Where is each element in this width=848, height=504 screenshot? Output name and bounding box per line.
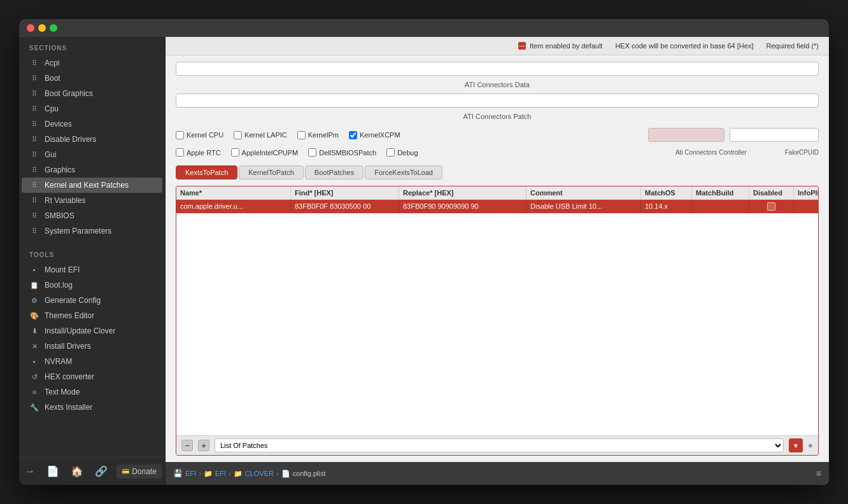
close-button[interactable] [27, 24, 34, 32]
sidebar-item-label: Install/Update Clover [45, 326, 115, 335]
sidebar-item-install-update[interactable]: ⬇ Install/Update Clover [22, 323, 162, 339]
kernelxcpm-checkbox-item[interactable]: KernelXCPM [349, 131, 400, 139]
col-matchbuild: MatchBuild [692, 186, 749, 199]
sidebar-item-themes-editor[interactable]: 🎨 Themes Editor [22, 308, 162, 323]
ati-connectors-data-input[interactable] [176, 62, 819, 76]
traffic-lights [27, 24, 57, 32]
kernelpm-checkbox[interactable] [297, 131, 306, 139]
fake-cpuid-input[interactable] [730, 128, 819, 142]
sidebar-item-rt-variables[interactable]: ⠿ Rt Variables [22, 193, 162, 208]
main-layout: SECTIONS ⠿ Acpi ⠿ Boot ⠿ Boot Graphics ⠿… [19, 37, 829, 485]
sidebar-item-disable-drivers[interactable]: ⠿ Disable Drivers [22, 132, 162, 147]
tab-kernel-to-patch[interactable]: KernelToPatch [239, 165, 304, 179]
x-icon: ✕ [29, 342, 39, 351]
kernel-cpu-checkbox[interactable] [176, 131, 184, 139]
dropdown-arrow-button[interactable]: ▼ [789, 438, 803, 452]
kernel-cpu-checkbox-item[interactable]: Kernel CPU [176, 131, 223, 139]
import-icon[interactable]: → [22, 463, 38, 480]
sidebar-item-label: Text Mode [45, 388, 80, 396]
list-icon: ⠿ [29, 197, 39, 205]
menu-icon[interactable]: ≡ [816, 468, 821, 479]
minimize-button[interactable] [38, 24, 46, 32]
debug-checkbox[interactable] [386, 148, 395, 157]
sidebar-bottom: → 📄 🏠 🔗 💳 Donate [19, 457, 165, 485]
col-find: Find* [HEX] [291, 186, 399, 199]
sidebar-item-hex-converter[interactable]: ↺ HEX converter [22, 369, 162, 384]
cell-infoplist[interactable] [794, 200, 818, 213]
sidebar-item-system-params[interactable]: ⠿ System Parameters [22, 223, 162, 239]
share-icon[interactable]: 🔗 [92, 463, 110, 480]
gear-icon: ⚙ [29, 297, 39, 305]
list-icon: ⠿ [29, 59, 39, 67]
apple-rtc-checkbox[interactable] [176, 148, 184, 157]
col-comment: Comment [526, 186, 641, 199]
col-name: Name* [176, 186, 291, 199]
add-row-button[interactable]: + [198, 440, 209, 451]
apple-intel-cpupm-checkbox-item[interactable]: AppleIntelCPUPM [231, 148, 299, 157]
sidebar-item-label: Cpu [45, 104, 59, 113]
sidebar-item-boot-log[interactable]: 📋 Boot.log [22, 277, 162, 293]
maximize-button[interactable] [50, 24, 57, 32]
sidebar-item-label: Mount EFI [45, 265, 80, 274]
kernel-lapic-label: Kernel LAPIC [244, 131, 287, 139]
tabs-row: KextsToPatch KernelToPatch BootPatches F… [176, 163, 819, 182]
table-row[interactable]: com.apple.driver.u... 83FB0F0F 83030500 … [176, 200, 818, 214]
list-icon: ⠿ [29, 120, 39, 129]
kernelxcpm-checkbox[interactable] [349, 131, 357, 139]
sidebar-item-kexts-installer[interactable]: 🔧 Kexts Installer [22, 400, 162, 415]
col-disabled: Disabled [749, 186, 794, 199]
titlebar [19, 19, 829, 37]
ati-controller-label: Ati Connectors Controller [675, 149, 747, 156]
sidebar-item-smbios[interactable]: ⠿ SMBIOS [22, 208, 162, 223]
col-replace: Replace* [HEX] [399, 186, 526, 199]
kernel-lapic-checkbox[interactable] [234, 131, 242, 139]
apple-intel-cpupm-checkbox[interactable] [231, 148, 239, 157]
sidebar-item-generate-config[interactable]: ⚙ Generate Config [22, 293, 162, 308]
home-icon[interactable]: 🏠 [68, 463, 86, 480]
ati-connectors-data-label: ATI Connectors Data [176, 80, 819, 90]
patches-list-select[interactable]: List Of Patches [215, 438, 784, 452]
remove-row-button[interactable]: − [181, 440, 193, 451]
tab-boot-patches[interactable]: BootPatches [305, 165, 364, 179]
sidebar-item-boot[interactable]: ⠿ Boot [22, 71, 162, 86]
cell-matchbuild [692, 200, 749, 213]
sidebar-item-gui[interactable]: ⠿ Gui [22, 147, 162, 162]
ati-controller-input[interactable] [648, 128, 724, 142]
kernel-lapic-checkbox-item[interactable]: Kernel LAPIC [234, 131, 287, 139]
file-icon[interactable]: 📄 [44, 463, 62, 480]
sidebar-item-label: HEX converter [45, 372, 94, 381]
sidebar-item-boot-graphics[interactable]: ⠿ Boot Graphics [22, 86, 162, 101]
sidebar-item-label: Kernel and Kext Patches [45, 181, 129, 190]
col-matchos: MatchOS [641, 186, 692, 199]
cell-matchos: 10.14.x [641, 200, 692, 213]
required-field-label: Required field (*) [766, 42, 819, 50]
dell-smbios-checkbox-item[interactable]: DellSMBIOSPatch [308, 148, 376, 157]
ati-connectors-patch-input[interactable] [176, 94, 819, 108]
donate-button[interactable]: 💳 Donate [117, 465, 162, 479]
tab-kexts-to-patch[interactable]: KextsToPatch [176, 165, 237, 179]
bottom-bar: 💾 EFI › 📁 EFI › 📁 CLOVER › 📄 config.plis… [166, 462, 829, 485]
apple-rtc-checkbox-item[interactable]: Apple RTC [176, 148, 221, 157]
sidebar-item-devices[interactable]: ⠿ Devices [22, 116, 162, 132]
sidebar-item-nvram[interactable]: ▪ NVRAM [22, 354, 162, 369]
apple-rtc-label: Apple RTC [187, 149, 221, 157]
dell-smbios-checkbox[interactable] [308, 148, 316, 157]
sidebar-item-graphics[interactable]: ⠿ Graphics [22, 162, 162, 178]
debug-checkbox-item[interactable]: Debug [386, 148, 418, 157]
sidebar-item-mount-efi[interactable]: ▪ Mount EFI [22, 262, 162, 277]
sidebar-item-kernel-kext[interactable]: ⠿ Kernel and Kext Patches [22, 178, 162, 193]
tab-force-kexts[interactable]: ForceKextsToLoad [365, 165, 442, 179]
breadcrumb-clover-icon: 📁 [234, 470, 243, 478]
cell-comment: Disable USB Limit 10... [526, 200, 641, 213]
disabled-checkbox-icon [767, 202, 775, 211]
sidebar-item-acpi[interactable]: ⠿ Acpi [22, 55, 162, 71]
sidebar-item-install-drivers[interactable]: ✕ Install Drivers [22, 339, 162, 354]
sidebar-item-text-mode[interactable]: ≡ Text Mode [22, 384, 162, 400]
breadcrumb: 💾 EFI › 📁 EFI › 📁 CLOVER › 📄 config.plis… [173, 469, 326, 478]
kernelpm-checkbox-item[interactable]: KernelPm [297, 131, 339, 139]
column-labels: Ati Connectors Controller FakeCPUID [675, 149, 819, 156]
cell-disabled[interactable] [749, 200, 794, 213]
second-checkboxes-row: Apple RTC AppleIntelCPUPM DellSMBIOSPatc… [176, 148, 819, 159]
sidebar-item-cpu[interactable]: ⠿ Cpu [22, 101, 162, 116]
sidebar-item-label: Boot.log [45, 281, 73, 290]
